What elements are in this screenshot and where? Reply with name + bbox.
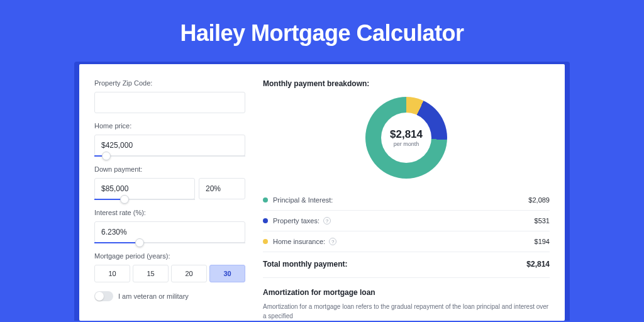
period-option-15[interactable]: 15 bbox=[133, 265, 169, 282]
total-label: Total monthly payment: bbox=[263, 260, 347, 269]
down-payment-slider[interactable] bbox=[94, 199, 195, 200]
slider-thumb[interactable] bbox=[135, 238, 144, 247]
down-payment-label: Down payment: bbox=[94, 165, 245, 173]
home-price-field: Home price: bbox=[94, 122, 245, 157]
period-option-30[interactable]: 30 bbox=[209, 265, 245, 282]
total-line: Total monthly payment: $2,814 bbox=[263, 252, 550, 277]
donut-center: $2,814 per month bbox=[381, 113, 431, 163]
donut-sub: per month bbox=[394, 141, 419, 147]
breakdown-column: Monthly payment breakdown: $2,814 per mo… bbox=[263, 79, 550, 321]
period-option-10[interactable]: 10 bbox=[94, 265, 130, 282]
zip-field: Property Zip Code: bbox=[94, 79, 245, 113]
donut-chart: $2,814 per month bbox=[365, 97, 447, 179]
dot-icon bbox=[263, 197, 268, 203]
line-label: Property taxes: ? bbox=[273, 217, 535, 225]
donut-amount: $2,814 bbox=[390, 128, 423, 141]
home-price-input[interactable] bbox=[94, 135, 245, 156]
period-field: Mortgage period (years): 10 15 20 30 bbox=[94, 252, 245, 282]
zip-label: Property Zip Code: bbox=[94, 79, 245, 87]
dot-icon bbox=[263, 218, 268, 223]
dot-icon bbox=[263, 239, 268, 244]
donut-chart-wrap: $2,814 per month bbox=[263, 97, 550, 179]
help-icon[interactable]: ? bbox=[329, 238, 336, 245]
slider-thumb[interactable] bbox=[120, 195, 129, 204]
veteran-toggle[interactable] bbox=[94, 291, 113, 301]
page-title: Hailey Mortgage Calculator bbox=[0, 0, 644, 62]
line-value: $531 bbox=[535, 217, 550, 225]
period-option-20[interactable]: 20 bbox=[171, 265, 207, 282]
down-payment-amount-input[interactable] bbox=[94, 178, 195, 199]
line-value: $194 bbox=[535, 238, 550, 245]
period-label: Mortgage period (years): bbox=[94, 252, 245, 260]
down-payment-field: Down payment: bbox=[94, 165, 245, 200]
line-label: Home insurance: ? bbox=[273, 238, 535, 245]
amortization-title: Amortization for mortgage loan bbox=[263, 277, 550, 302]
home-price-label: Home price: bbox=[94, 122, 245, 130]
total-value: $2,814 bbox=[526, 260, 550, 269]
home-price-slider[interactable] bbox=[94, 155, 245, 157]
form-column: Property Zip Code: Home price: Down paym… bbox=[94, 79, 245, 321]
interest-rate-field: Interest rate (%): bbox=[94, 209, 245, 243]
calculator-card: Property Zip Code: Home price: Down paym… bbox=[79, 64, 565, 321]
line-value: $2,089 bbox=[528, 196, 550, 204]
slider-thumb[interactable] bbox=[102, 152, 111, 160]
amortization-body: Amortization for a mortgage loan refers … bbox=[263, 302, 550, 321]
interest-rate-slider[interactable] bbox=[94, 242, 245, 243]
line-home-insurance: Home insurance: ? $194 bbox=[263, 231, 550, 252]
period-options: 10 15 20 30 bbox=[94, 265, 245, 282]
zip-input[interactable] bbox=[94, 92, 245, 113]
interest-rate-label: Interest rate (%): bbox=[94, 209, 245, 216]
line-label: Principal & Interest: bbox=[273, 196, 528, 204]
veteran-row: I am veteran or military bbox=[94, 291, 245, 301]
card-shadow: Property Zip Code: Home price: Down paym… bbox=[74, 62, 570, 321]
line-principal-interest: Principal & Interest: $2,089 bbox=[263, 190, 550, 211]
line-property-taxes: Property taxes: ? $531 bbox=[263, 211, 550, 231]
help-icon[interactable]: ? bbox=[323, 217, 331, 225]
veteran-label: I am veteran or military bbox=[118, 292, 189, 300]
interest-rate-input[interactable] bbox=[94, 221, 245, 243]
down-payment-pct-input[interactable] bbox=[199, 178, 245, 199]
breakdown-title: Monthly payment breakdown: bbox=[263, 79, 550, 88]
